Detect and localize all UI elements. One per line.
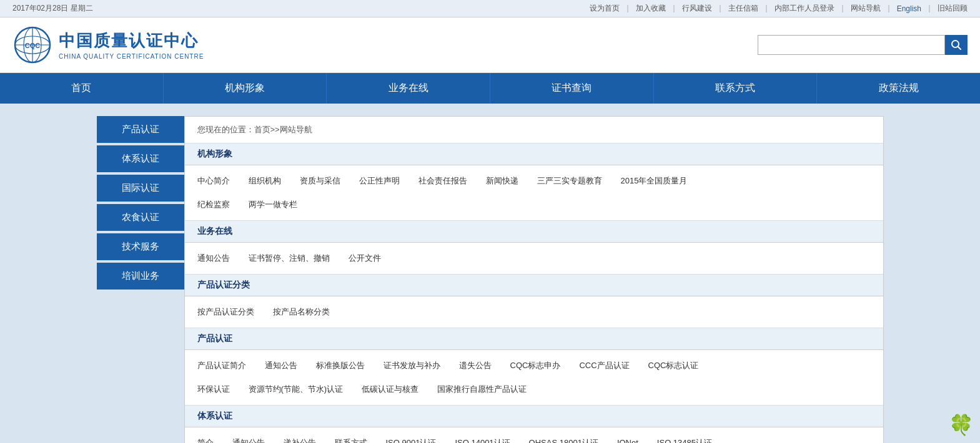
sidebar-training[interactable]: 培训业务 [97,263,184,290]
link-product-cert-intro[interactable]: 产品认证简介 [197,358,246,374]
link-open-file[interactable]: 公开文件 [349,250,381,266]
top-bar-links: 设为首页 ｜ 加入收藏 ｜ 行风建设 ｜ 主任信箱 ｜ 内部工作人员登录 ｜ 网… [590,3,968,14]
svg-line-7 [958,47,961,50]
old-site-link[interactable]: 旧站回顾 [938,3,968,14]
nav-policy[interactable]: 政策法规 [817,73,980,104]
link-qualification[interactable]: 资质与采信 [300,173,340,189]
section-product-cert-category: 产品认证分类 按产品认证分类 按产品名称分类 [185,275,883,328]
link-iso13485[interactable]: ISO 13485认证 [657,435,712,443]
top-bar: 2017年02月28日 星期二 设为首页 ｜ 加入收藏 ｜ 行风建设 ｜ 主任信… [0,0,980,17]
link-two-studies[interactable]: 两学一做专栏 [249,197,297,213]
content-wrapper: 产品认证 体系认证 国际认证 农食认证 技术服务 培训业务 您现在的位置：首页>… [84,104,896,443]
sidebar-tech-service[interactable]: 技术服务 [97,233,184,260]
link-voluntary-cert[interactable]: 国家推行自愿性产品认证 [437,381,527,397]
section-system-cert-header: 体系认证 [185,406,883,427]
link-ohsas18001[interactable]: OHSAS 18001认证 [529,435,598,443]
nav-business[interactable]: 业务在线 [327,73,490,104]
section-system-cert: 体系认证 简介 通知公告 递补公告 联系方式 ISO 9001认证 ISO 14… [185,406,883,443]
link-lost-cert[interactable]: 遗失公告 [459,358,492,374]
section-business-online: 业务在线 通知公告 证书暂停、注销、撤销 公开文件 [185,221,883,275]
sidebar-product-cert[interactable]: 产品认证 [97,116,184,143]
link-by-cert-type[interactable]: 按产品认证分类 [197,304,254,320]
bottom-decoration: 🍀 [949,413,974,437]
main-nav: 首页 机构形象 业务在线 证书查询 联系方式 政策法规 [0,73,980,104]
set-homepage-link[interactable]: 设为首页 [590,3,620,14]
english-link[interactable]: English [897,4,921,13]
link-csr-report[interactable]: 社会责任报告 [418,173,467,189]
add-bookmark-link[interactable]: 加入收藏 [636,3,666,14]
director-mailbox-link[interactable]: 主任信箱 [728,3,758,14]
nav-home[interactable]: 首页 [0,73,164,104]
logo-text: 中国质量认证中心 CHINA QUALITY CERTIFICATION CEN… [59,30,204,60]
link-ccc-cert[interactable]: CCC产品认证 [579,358,629,374]
link-sys-notice[interactable]: 通知公告 [232,435,265,443]
section-org-image-links2: 纪检监察 两学一做专栏 [185,197,883,220]
link-by-product-name[interactable]: 按产品名称分类 [273,304,330,320]
link-news[interactable]: 新闻快递 [486,173,518,189]
search-button[interactable] [945,35,968,55]
logo-en-text: CHINA QUALITY CERTIFICATION CENTRE [59,53,204,60]
link-notice[interactable]: 通知公告 [197,250,230,266]
section-product-cert-links2: 环保认证 资源节约(节能、节水)认证 低碳认证与核查 国家推行自愿性产品认证 [185,381,883,405]
industry-conduct-link[interactable]: 行风建设 [682,3,712,14]
sidebar-intl-cert[interactable]: 国际认证 [97,175,184,202]
section-product-cert-header: 产品认证 [185,328,883,350]
link-resource-saving[interactable]: 资源节约(节能、节水)认证 [249,381,344,397]
link-standard-update[interactable]: 标准换版公告 [316,358,365,374]
section-system-cert-links: 简介 通知公告 递补公告 联系方式 ISO 9001认证 ISO 14001认证… [185,427,883,443]
link-cert-issue[interactable]: 证书发放与补办 [384,358,440,374]
link-impartiality[interactable]: 公正性声明 [359,173,400,189]
link-org-structure[interactable]: 组织机构 [249,173,281,189]
date-display: 2017年02月28日 星期二 [12,3,93,14]
logo-area: CQC 中国质量认证中心 CHINA QUALITY CERTIFICATION… [12,25,204,65]
link-iso14001[interactable]: ISO 14001认证 [455,435,510,443]
site-nav-link[interactable]: 网站导航 [851,3,881,14]
section-business-online-header: 业务在线 [185,221,883,243]
link-center-intro[interactable]: 中心简介 [197,173,230,189]
svg-text:CQC: CQC [25,42,41,49]
main-content: 您现在的位置：首页>>网站导航 机构形象 中心简介 组织机构 资质与采信 公正性… [184,116,884,443]
section-product-cert-links: 产品认证简介 通知公告 标准换版公告 证书发放与补办 遗失公告 CQC标志申办 … [185,350,883,381]
nav-cert-query[interactable]: 证书查询 [490,73,654,104]
section-business-online-links: 通知公告 证书暂停、注销、撤销 公开文件 [185,243,883,274]
sidebar-system-cert[interactable]: 体系认证 [97,145,184,172]
leaf-icon: 🍀 [949,414,974,436]
link-cqc-mark-cert[interactable]: CQC标志认证 [648,358,699,374]
link-cqc-mark-apply[interactable]: CQC标志申办 [510,358,561,374]
link-sys-contact[interactable]: 联系方式 [335,435,367,443]
cqc-logo-icon: CQC [12,25,52,65]
sidebar-agri-food-cert[interactable]: 农食认证 [97,204,184,231]
link-iqnet[interactable]: IQNet [617,435,638,443]
section-product-cert-category-links: 按产品认证分类 按产品名称分类 [185,296,883,328]
link-quality-month[interactable]: 2015年全国质量月 [621,173,688,189]
link-iso9001[interactable]: ISO 9001认证 [386,435,437,443]
section-org-image-header: 机构形象 [185,144,883,165]
breadcrumb: 您现在的位置：首页>>网站导航 [185,117,883,144]
header: CQC 中国质量认证中心 CHINA QUALITY CERTIFICATION… [0,17,980,73]
section-product-cert: 产品认证 产品认证简介 通知公告 标准换版公告 证书发放与补办 遗失公告 CQC… [185,328,883,406]
link-three-strict[interactable]: 三严三实专题教育 [537,173,602,189]
link-cert-revoke[interactable]: 证书暂停、注销、撤销 [249,250,330,266]
link-low-carbon[interactable]: 低碳认证与核查 [362,381,418,397]
sidebar: 产品认证 体系认证 国际认证 农食认证 技术服务 培训业务 [97,116,184,443]
section-org-image-links: 中心简介 组织机构 资质与采信 公正性声明 社会责任报告 新闻快递 三严三实专题… [185,165,883,197]
search-input[interactable] [758,35,945,55]
link-sys-supplement[interactable]: 递补公告 [284,435,316,443]
internal-login-link[interactable]: 内部工作人员登录 [775,3,834,14]
section-org-image: 机构形象 中心简介 组织机构 资质与采信 公正性声明 社会责任报告 新闻快递 三… [185,144,883,221]
section-product-cert-category-header: 产品认证分类 [185,275,883,296]
nav-org[interactable]: 机构形象 [164,73,327,104]
link-eco-cert[interactable]: 环保认证 [197,381,230,397]
nav-contact[interactable]: 联系方式 [654,73,818,104]
link-product-notice[interactable]: 通知公告 [265,358,297,374]
link-discipline[interactable]: 纪检监察 [197,197,230,213]
search-icon [951,39,962,51]
search-area [758,35,968,55]
link-sys-intro[interactable]: 简介 [197,435,214,443]
logo-cn-text: 中国质量认证中心 [59,30,204,52]
